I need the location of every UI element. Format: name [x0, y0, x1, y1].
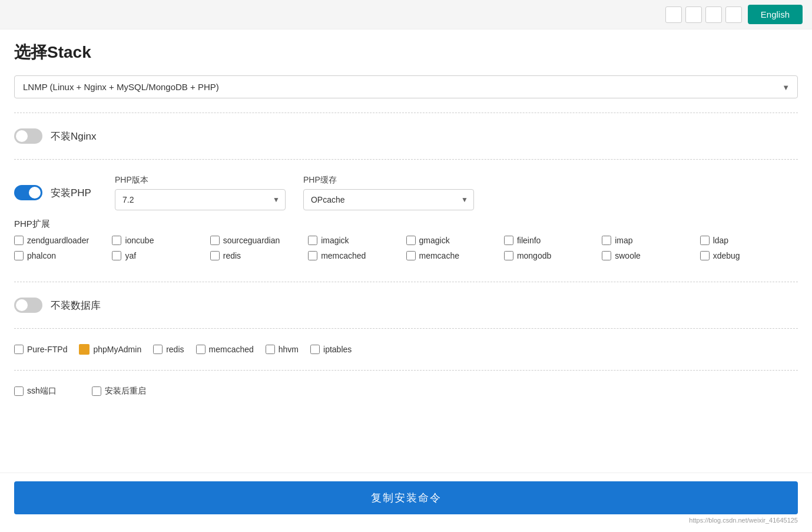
ext-zendguardloader-label: zendguardloader	[27, 236, 89, 245]
php-toggle[interactable]	[14, 185, 42, 200]
main-content: 选择Stack LNMP (Linux + Nginx + MySQL/Mong…	[0, 29, 812, 467]
phpmyadmin-icon	[79, 344, 90, 355]
ext-memcache-label: memcache	[419, 251, 459, 260]
tool-redis[interactable]: redis	[153, 345, 184, 354]
ext-gmagick[interactable]: gmagick	[406, 236, 504, 245]
ext-imap-label: imap	[615, 236, 632, 245]
ext-redis-checkbox[interactable]	[210, 251, 220, 260]
ext-imap[interactable]: imap	[602, 236, 700, 245]
ext-ioncube[interactable]: ioncube	[112, 236, 210, 245]
ext-gmagick-checkbox[interactable]	[406, 236, 416, 245]
tool-pure-ftpd[interactable]: Pure-FTPd	[14, 345, 67, 354]
ext-imagick[interactable]: imagick	[308, 236, 406, 245]
ext-xdebug-checkbox[interactable]	[700, 251, 710, 260]
extensions-grid-row1: zendguardloader ioncube sourceguardian i…	[14, 236, 798, 245]
tool-pure-ftpd-checkbox[interactable]	[14, 345, 24, 354]
php-toggle-slider	[14, 185, 42, 200]
stack-select[interactable]: LNMP (Linux + Nginx + MySQL/MongoDB + PH…	[14, 75, 798, 98]
php-version-select[interactable]: 7.2 7.3 7.4 8.0 8.1	[115, 189, 286, 210]
ext-swoole[interactable]: swoole	[602, 251, 700, 260]
nginx-toggle[interactable]	[14, 128, 42, 144]
page-spacer	[14, 402, 798, 455]
tool-iptables-checkbox[interactable]	[310, 345, 320, 354]
tool-redis-checkbox[interactable]	[153, 345, 163, 354]
ext-sourceguardian-label: sourceguardian	[223, 236, 280, 245]
ext-gmagick-label: gmagick	[419, 236, 450, 245]
ext-ldap-checkbox[interactable]	[700, 236, 710, 245]
ext-yaf-checkbox[interactable]	[112, 251, 121, 260]
ext-fileinfo-label: fileinfo	[517, 236, 541, 245]
tool-memcached-label: memcached	[209, 345, 254, 354]
ext-imap-checkbox[interactable]	[602, 236, 611, 245]
stack-select-wrapper: LNMP (Linux + Nginx + MySQL/MongoDB + PH…	[14, 75, 798, 98]
top-icon-btn-3[interactable]	[705, 6, 722, 23]
tools-row: Pure-FTPd phpMyAdmin redis memcached hhv…	[14, 338, 798, 361]
tool-memcached-checkbox[interactable]	[196, 345, 206, 354]
php-toggle-group: 安装PHP	[14, 185, 91, 200]
ext-swoole-label: swoole	[615, 251, 641, 260]
divider-5	[14, 370, 798, 371]
ext-fileinfo[interactable]: fileinfo	[504, 236, 602, 245]
ext-memcache[interactable]: memcache	[406, 251, 504, 260]
ext-xdebug[interactable]: xdebug	[700, 251, 798, 260]
php-toggle-label: 安装PHP	[51, 186, 91, 200]
tool-memcached[interactable]: memcached	[196, 345, 254, 354]
database-toggle[interactable]	[14, 298, 42, 313]
tool-phpmyadmin[interactable]: phpMyAdmin	[79, 344, 141, 355]
ext-sourceguardian-checkbox[interactable]	[210, 236, 220, 245]
english-button[interactable]: English	[748, 5, 803, 24]
ext-phalcon[interactable]: phalcon	[14, 251, 112, 260]
nginx-toggle-row: 不装Nginx	[14, 123, 798, 150]
top-icon-btn-2[interactable]	[685, 6, 702, 23]
nginx-toggle-label: 不装Nginx	[51, 130, 96, 143]
php-extensions-label: PHP扩展	[14, 219, 798, 230]
top-bar: English	[0, 0, 812, 29]
ext-imagick-checkbox[interactable]	[308, 236, 317, 245]
php-section: 安装PHP PHP版本 7.2 7.3 7.4 8.0 8.1 ▼	[14, 169, 798, 272]
ext-imagick-label: imagick	[321, 236, 349, 245]
divider-1	[14, 113, 798, 113]
ext-yaf-label: yaf	[125, 251, 136, 260]
ext-zendguardloader[interactable]: zendguardloader	[14, 236, 112, 245]
ssh-item[interactable]: ssh端口	[14, 386, 57, 396]
ext-phalcon-checkbox[interactable]	[14, 251, 24, 260]
database-toggle-slider	[14, 298, 42, 313]
tool-pure-ftpd-label: Pure-FTPd	[27, 345, 67, 354]
ext-mongodb-checkbox[interactable]	[504, 251, 513, 260]
top-icon-btn-4[interactable]	[725, 6, 742, 23]
top-icon-group	[665, 6, 742, 23]
database-toggle-row: 不装数据库	[14, 292, 798, 319]
page-title: 选择Stack	[14, 41, 798, 64]
restart-item[interactable]: 安装后重启	[92, 386, 146, 396]
ssh-checkbox[interactable]	[14, 386, 24, 396]
ext-memcached-label: memcached	[321, 251, 366, 260]
ext-ioncube-checkbox[interactable]	[112, 236, 121, 245]
ext-xdebug-label: xdebug	[713, 251, 740, 260]
ext-ldap[interactable]: ldap	[700, 236, 798, 245]
ext-redis-label: redis	[223, 251, 241, 260]
ext-sourceguardian[interactable]: sourceguardian	[210, 236, 308, 245]
top-icon-btn-1[interactable]	[665, 6, 682, 23]
ext-redis[interactable]: redis	[210, 251, 308, 260]
tool-hhvm[interactable]: hhvm	[266, 345, 299, 354]
ext-memcached[interactable]: memcached	[308, 251, 406, 260]
ssh-label: ssh端口	[27, 386, 57, 396]
tool-phpmyadmin-label: phpMyAdmin	[93, 345, 141, 354]
ext-fileinfo-checkbox[interactable]	[504, 236, 513, 245]
ext-memcached-checkbox[interactable]	[308, 251, 317, 260]
ext-zendguardloader-checkbox[interactable]	[14, 236, 24, 245]
ext-yaf[interactable]: yaf	[112, 251, 210, 260]
tool-iptables-label: iptables	[323, 345, 352, 354]
ext-mongodb[interactable]: mongodb	[504, 251, 602, 260]
ext-swoole-checkbox[interactable]	[602, 251, 611, 260]
restart-checkbox[interactable]	[92, 386, 101, 396]
divider-4	[14, 328, 798, 329]
php-header-row: 安装PHP PHP版本 7.2 7.3 7.4 8.0 8.1 ▼	[14, 175, 798, 210]
ssh-restart-row: ssh端口 安装后重启	[14, 380, 798, 402]
ext-phalcon-label: phalcon	[27, 251, 56, 260]
tool-iptables[interactable]: iptables	[310, 345, 352, 354]
tool-hhvm-checkbox[interactable]	[266, 345, 275, 354]
divider-2	[14, 159, 798, 160]
ext-memcache-checkbox[interactable]	[406, 251, 416, 260]
php-cache-select[interactable]: OPcache APCu None	[303, 189, 474, 210]
